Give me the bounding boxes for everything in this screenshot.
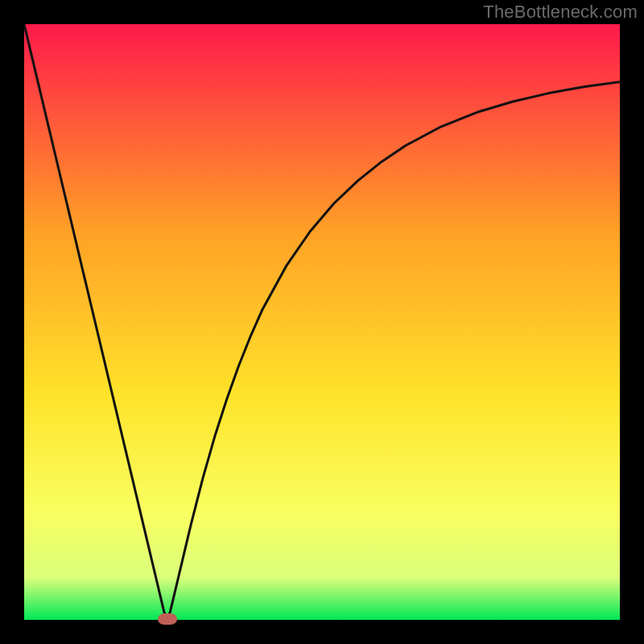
watermark-text: TheBottleneck.com (483, 2, 638, 23)
chart-svg (24, 24, 620, 620)
optimal-point-marker (158, 613, 177, 625)
plot-area (24, 24, 620, 620)
gradient-background (24, 24, 620, 620)
chart-frame: TheBottleneck.com (0, 0, 644, 644)
